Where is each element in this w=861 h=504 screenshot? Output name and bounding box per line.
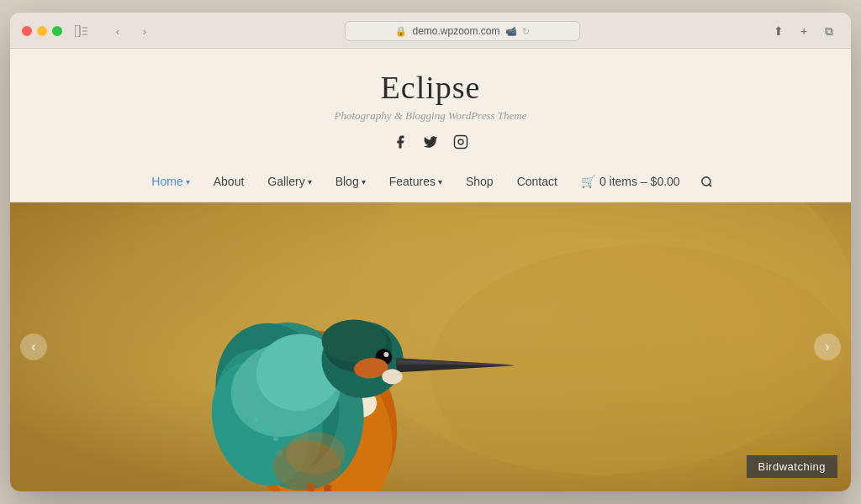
refresh-icon[interactable]: ↻ <box>522 26 530 37</box>
svg-point-26 <box>383 352 388 357</box>
video-icon: 📹 <box>505 26 517 37</box>
site-header: Eclipse Photography & Blogging WordPress… <box>10 49 851 163</box>
nav-shop-label: Shop <box>466 175 494 188</box>
facebook-icon[interactable] <box>391 133 409 151</box>
hero-caption-text: Birdwatching <box>758 460 826 473</box>
sidebar-toggle-button[interactable] <box>71 22 92 40</box>
nav-item-shop[interactable]: Shop <box>456 171 504 192</box>
url-text: demo.wpzoom.com <box>412 25 499 37</box>
site-content: Eclipse Photography & Blogging WordPress… <box>10 49 851 491</box>
instagram-icon[interactable] <box>452 133 470 151</box>
svg-point-36 <box>254 417 259 422</box>
prev-icon: ‹ <box>31 339 35 354</box>
address-bar[interactable]: 🔒 demo.wpzoom.com 📹 ↻ <box>345 21 580 41</box>
svg-point-35 <box>273 436 278 441</box>
cart-label: 0 items – $0.00 <box>600 175 680 188</box>
address-bar-actions: 📹 ↻ <box>505 26 530 37</box>
next-icon: › <box>825 339 829 354</box>
address-bar-container: 🔒 demo.wpzoom.com 📹 ↻ <box>165 21 760 41</box>
nav-item-gallery[interactable]: Gallery ▾ <box>257 171 321 192</box>
blog-dropdown-icon: ▾ <box>362 177 366 186</box>
svg-rect-0 <box>75 25 80 37</box>
browser-window: ‹ › 🔒 demo.wpzoom.com 📹 ↻ ⬆ + ⧉ Eclipse … <box>10 13 851 491</box>
next-slide-button[interactable]: › <box>814 333 841 360</box>
browser-actions: ⬆ + ⧉ <box>769 22 839 40</box>
gallery-dropdown-icon: ▾ <box>308 177 312 186</box>
nav-item-home[interactable]: Home ▾ <box>141 171 199 192</box>
svg-point-11 <box>430 245 851 491</box>
back-button[interactable]: ‹ <box>106 22 129 40</box>
browser-controls: ‹ › <box>106 22 156 40</box>
minimize-button[interactable] <box>37 26 47 36</box>
twitter-icon[interactable] <box>421 133 440 151</box>
forward-button[interactable]: › <box>133 22 156 40</box>
nav-blog-label: Blog <box>335 175 359 188</box>
social-icons <box>27 133 834 151</box>
hero-caption: Birdwatching <box>747 455 837 478</box>
nav-contact-label: Contact <box>517 175 557 188</box>
site-tagline: Photography & Blogging WordPress Theme <box>27 109 834 123</box>
svg-point-34 <box>264 427 271 433</box>
svg-rect-4 <box>455 136 467 149</box>
browser-chrome: ‹ › 🔒 demo.wpzoom.com 📹 ↻ ⬆ + ⧉ <box>10 13 851 49</box>
home-dropdown-icon: ▾ <box>186 177 190 186</box>
site-title: Eclipse <box>27 69 834 106</box>
hero-section: ‹ › Birdwatching <box>10 202 851 491</box>
cart-icon: 🛒 <box>581 175 595 188</box>
hero-image <box>10 202 851 491</box>
new-tab-button[interactable]: + <box>794 22 814 40</box>
nav-home-label: Home <box>151 175 182 188</box>
site-navigation: Home ▾ About Gallery ▾ Blog ▾ Features ▾… <box>10 163 851 202</box>
maximize-button[interactable] <box>52 26 62 36</box>
nav-item-about[interactable]: About <box>203 171 255 192</box>
nav-item-blog[interactable]: Blog ▾ <box>325 171 376 192</box>
share-button[interactable]: ⬆ <box>769 22 789 40</box>
svg-point-6 <box>702 176 710 185</box>
nav-gallery-label: Gallery <box>267 175 304 188</box>
svg-point-31 <box>382 369 402 384</box>
features-dropdown-icon: ▾ <box>438 177 442 186</box>
tab-overview-button[interactable]: ⧉ <box>819 22 839 40</box>
svg-line-7 <box>709 184 711 186</box>
previous-slide-button[interactable]: ‹ <box>20 333 47 360</box>
search-button[interactable] <box>694 172 720 192</box>
svg-point-39 <box>286 432 346 475</box>
nav-features-label: Features <box>389 175 436 188</box>
nav-about-label: About <box>214 175 245 188</box>
close-button[interactable] <box>22 26 32 36</box>
lock-icon: 🔒 <box>395 26 407 37</box>
traffic-lights <box>22 26 62 36</box>
nav-item-contact[interactable]: Contact <box>507 171 568 192</box>
cart-button[interactable]: 🛒 0 items – $0.00 <box>571 171 690 192</box>
nav-item-features[interactable]: Features ▾ <box>379 171 452 192</box>
